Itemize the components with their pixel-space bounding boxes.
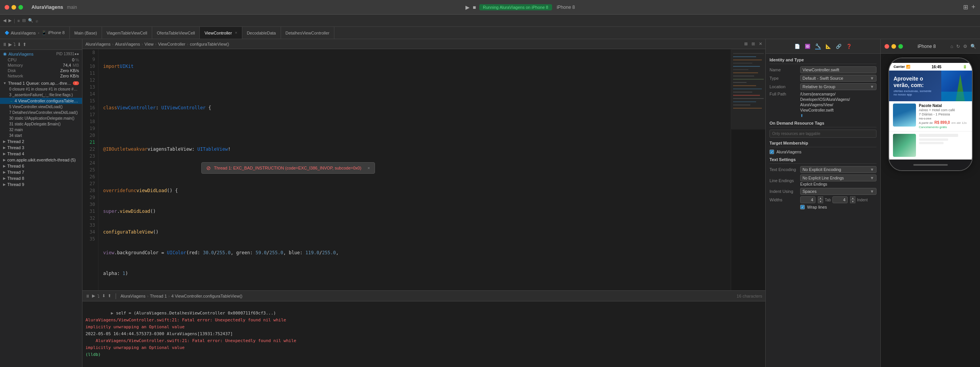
hierarchy-icon[interactable]: ⊟ — [22, 18, 26, 23]
indent-down-button[interactable]: ▼ — [850, 200, 855, 203]
stepin-icon[interactable]: ⬇ — [17, 42, 21, 47]
list-item-natal[interactable]: Pacote Natal Aéreo + Hotel com café 7 Di… — [889, 101, 972, 132]
iphone-toolbar-icons: ⌂ ↻ ⚙ 🔍 — [950, 44, 976, 49]
fullpath-reveal-icon[interactable]: ⬆ — [800, 114, 803, 118]
frame34-label: 34 start — [9, 133, 79, 138]
tab-close-icon[interactable]: × — [235, 31, 237, 35]
inspector-help-icon[interactable]: ❓ — [846, 44, 852, 49]
stop-button[interactable]: ■ — [473, 4, 476, 10]
thread4-arrow: ▶ — [3, 152, 6, 156]
minimize-button[interactable] — [12, 5, 16, 10]
tab-main[interactable]: Main (Base) — [70, 27, 102, 39]
thread1-item[interactable]: ▼ Thread 1 Queue: com.ap...-thread (seri… — [0, 80, 82, 86]
indent-up-button[interactable]: ▲ — [850, 196, 855, 200]
item2-subtitle-placeholder — [919, 138, 949, 141]
tab-decodable[interactable]: DecodableData — [242, 27, 281, 39]
frame7-item[interactable]: 7 DetalhesViewController.viewDidLoad() — [0, 110, 82, 115]
frame34-item[interactable]: 34 start — [0, 133, 82, 138]
natal-link[interactable]: Cancelamento grátis — [919, 125, 968, 129]
iphone-settings-icon[interactable]: ⚙ — [963, 44, 967, 49]
layout-icon[interactable]: ⊞ — [963, 3, 968, 11]
iphone-rotate-icon[interactable]: ↻ — [956, 44, 960, 49]
frame4-item[interactable]: → 4 ViewController.configuraTableView() — [0, 98, 82, 104]
iphone-minimize-button[interactable] — [891, 44, 896, 49]
thread2-item[interactable]: ▶ Thread 2 — [0, 138, 82, 145]
frame32-item[interactable]: 32 main — [0, 127, 82, 133]
tab-width-field[interactable]: 4 — [800, 196, 816, 203]
encoding-dropdown[interactable]: No Explicit Encoding ▼ — [800, 166, 876, 173]
code-editor[interactable]: 8 9 10 11 12 13 14 15 16 17 18 19 20 21 — [82, 49, 731, 290]
expand-icon[interactable]: ⊠ — [744, 41, 748, 46]
console-stepin-icon[interactable]: ⬇ — [102, 293, 105, 298]
inspector-file-icon[interactable]: 📄 — [794, 44, 800, 49]
iphone-debug-icon[interactable]: 🔍 — [970, 44, 976, 49]
thread6-item[interactable]: ▶ Thread 6 — [0, 163, 82, 169]
frame3-item[interactable]: 3 _assertionFailure(_:_:file:line:flags:… — [0, 92, 82, 98]
run-button[interactable]: ▶ — [465, 4, 470, 10]
app-header-item[interactable]: ◉ AluraViagens PID 13931 ●● — [0, 50, 82, 57]
tab-aluraviagens[interactable]: 🔷 AluraViagens › 📱 iPhone 8 — [0, 27, 70, 39]
split-icon[interactable]: ⊞ — [751, 41, 755, 46]
frame0-item[interactable]: 0 closure #1 in closure #1 in closure #1… — [0, 86, 82, 92]
home-indicator[interactable] — [913, 164, 948, 166]
console-stepover-icon[interactable]: ⤵ — [97, 294, 100, 298]
tab-up-button[interactable]: ▲ — [818, 196, 823, 200]
thread9-item[interactable]: ▶ Thread 9 — [0, 181, 82, 188]
tab-viewcontroller[interactable]: ViewController × — [200, 27, 242, 39]
natal-old-price: R$ 1.264 — [919, 117, 931, 120]
thread-eventfetch-item[interactable]: ▶ com.apple.uikit.eventfetch-thread (5) — [0, 157, 82, 163]
back-icon[interactable]: ◀ — [3, 18, 6, 23]
thread4-item[interactable]: ▶ Thread 4 — [0, 151, 82, 157]
ad-banner[interactable]: Aproveite overão, com: ofertas exclusiva… — [889, 71, 972, 101]
console-stepout-icon[interactable]: ⬆ — [108, 293, 111, 298]
frame31-item[interactable]: 31 static AppDelegate.$main() — [0, 121, 82, 127]
add-icon[interactable]: + — [971, 3, 975, 11]
iphone-home-icon[interactable]: ⌂ — [950, 44, 953, 49]
wrap-lines-checkbox[interactable]: ✓ — [800, 205, 805, 209]
tab-viagem[interactable]: ViagemTableViewCell — [102, 27, 152, 39]
frame30-item[interactable]: 30 static UIApplicationDelegate.main() — [0, 115, 82, 121]
indent-width-field[interactable]: 4 — [832, 196, 848, 203]
breadcrumb-vc: ViewController — [158, 42, 185, 46]
iphone-maximize-button[interactable] — [898, 44, 903, 49]
find-icon[interactable]: ⌕ — [36, 18, 38, 23]
network-stat: Network Zero KB/s — [0, 73, 82, 79]
pause-icon[interactable]: ⏸ — [2, 42, 7, 47]
indent-stepper[interactable]: ▲ ▼ — [850, 196, 855, 203]
console-pause-icon[interactable]: ⏸ — [86, 294, 90, 298]
target-checkbox[interactable]: ✓ — [770, 150, 774, 154]
tab-detalhes[interactable]: DetalhesViewController — [281, 27, 335, 39]
inspector-attr-icon[interactable]: 🔧 — [815, 43, 821, 49]
tab-oferta[interactable]: OfertaTableViewCell — [152, 27, 200, 39]
forward-icon[interactable]: ▶ — [8, 18, 12, 23]
inspector-size-icon[interactable]: 📐 — [825, 44, 831, 49]
navigator-icon[interactable]: ≡ — [17, 18, 20, 23]
type-dropdown[interactable]: Default - Swift Source ▼ — [800, 75, 876, 82]
location-dropdown[interactable]: Relative to Group ▼ — [800, 83, 876, 90]
error-close-button[interactable]: × — [367, 166, 370, 170]
natal-new-price: R$ 899,0 — [934, 120, 950, 125]
name-field[interactable]: ViewController.swift — [800, 66, 876, 73]
maximize-button[interactable] — [18, 5, 23, 10]
tab-down-button[interactable]: ▼ — [818, 200, 823, 203]
list-item-2[interactable] — [889, 132, 972, 160]
close-editor-icon[interactable]: ✕ — [759, 41, 762, 46]
indent-using-dropdown[interactable]: Spaces ▼ — [800, 188, 876, 195]
frame5-item[interactable]: 5 ViewController.viewDidLoad() — [0, 104, 82, 110]
close-button[interactable] — [5, 5, 9, 10]
wrap-lines-label: Wrap lines — [807, 205, 827, 209]
thread7-item[interactable]: ▶ Thread 7 — [0, 169, 82, 175]
continue-icon[interactable]: ▶ — [8, 42, 12, 47]
tab-stepper[interactable]: ▲ ▼ — [818, 196, 823, 203]
iphone-close-button[interactable] — [885, 44, 889, 49]
stepover-icon[interactable]: ⤵ — [13, 42, 16, 47]
tab-viagem-label: ViagemTableViewCell — [107, 31, 147, 35]
thread8-item[interactable]: ▶ Thread 8 — [0, 175, 82, 181]
thread3-item[interactable]: ▶ Thread 3 — [0, 145, 82, 151]
line-endings-dropdown[interactable]: No Explicit Line Endings ▼ — [800, 174, 876, 181]
stepout-icon[interactable]: ⬆ — [23, 42, 26, 47]
inspector-id-icon[interactable]: 🆔 — [805, 44, 811, 49]
inspector-conn-icon[interactable]: 🔗 — [836, 44, 842, 49]
search-icon[interactable]: 🔍 — [28, 18, 33, 23]
console-continue-icon[interactable]: ▶ — [92, 293, 95, 298]
